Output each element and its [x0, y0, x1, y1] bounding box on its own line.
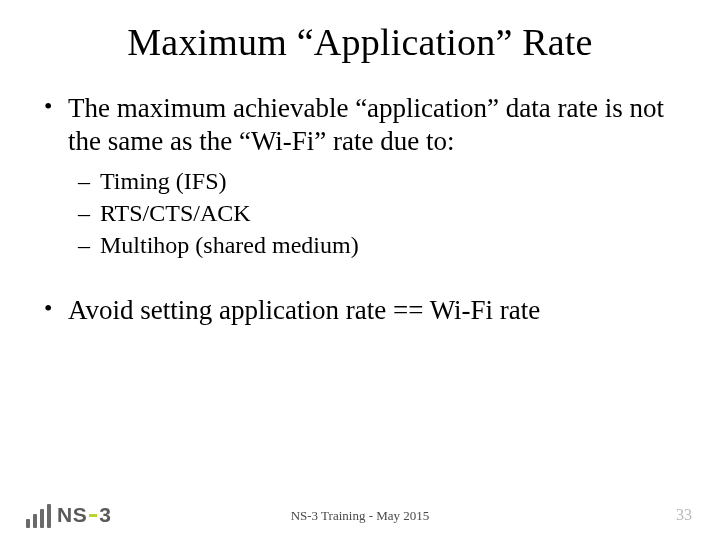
slide: Maximum “Application” Rate The maximum a… — [0, 0, 720, 540]
sub-bullet-text: RTS/CTS/ACK — [100, 200, 251, 226]
bullet-list: Avoid setting application rate == Wi-Fi … — [40, 294, 680, 327]
sub-bullet-list: Timing (IFS) RTS/CTS/ACK Multihop (share… — [78, 166, 680, 260]
bullet-list: The maximum achievable “application” dat… — [40, 92, 680, 260]
footer-text: NS-3 Training - May 2015 — [0, 508, 720, 524]
sub-bullet-item: Timing (IFS) — [78, 166, 680, 196]
sub-bullet-text: Timing (IFS) — [100, 168, 227, 194]
slide-title: Maximum “Application” Rate — [0, 0, 720, 92]
bullet-item: The maximum achievable “application” dat… — [40, 92, 680, 260]
bullet-text: Avoid setting application rate == Wi-Fi … — [68, 295, 540, 325]
bullet-item: Avoid setting application rate == Wi-Fi … — [40, 294, 680, 327]
sub-bullet-item: Multihop (shared medium) — [78, 230, 680, 260]
bullet-text: The maximum achievable “application” dat… — [68, 93, 664, 156]
sub-bullet-item: RTS/CTS/ACK — [78, 198, 680, 228]
spacer — [40, 266, 680, 294]
page-number: 33 — [676, 506, 692, 524]
slide-content: The maximum achievable “application” dat… — [0, 92, 720, 327]
sub-bullet-text: Multihop (shared medium) — [100, 232, 359, 258]
